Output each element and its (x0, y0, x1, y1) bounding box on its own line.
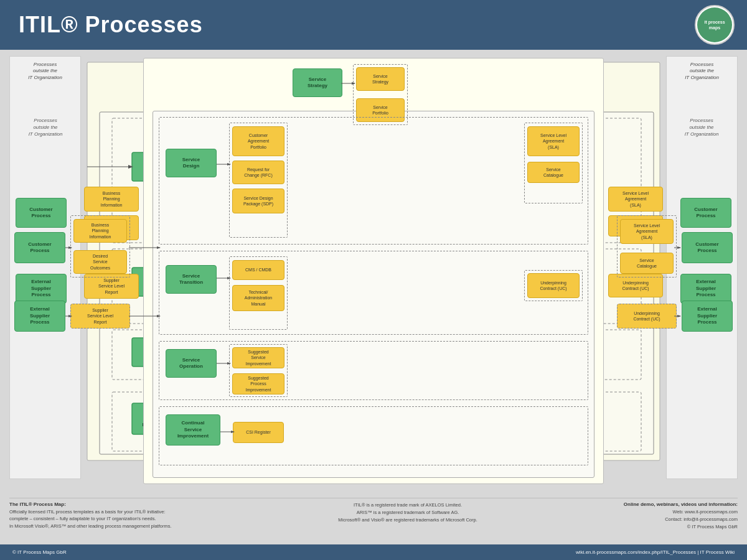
arrow-cp-left (65, 245, 73, 251)
footer-bar-left: © IT Process Maps GbR (12, 549, 67, 555)
sla-right-box[interactable]: Service LevelAgreement(SLA) (620, 219, 674, 244)
arrow-sd (217, 161, 232, 167)
cms-cmdb-box[interactable]: CMS / CMDB (232, 260, 284, 280)
right-outputs-dashed: Service LevelAgreement(SLA) ServiceCatal… (617, 215, 677, 278)
service-design-btn[interactable]: ServiceDesign (166, 149, 217, 177)
left-panel-outside-label: Processesoutside theIT Organization (14, 117, 77, 138)
arrow-esp-left (65, 313, 73, 319)
sdp-box[interactable]: Service DesignPackage (SDP) (232, 189, 284, 213)
page-header: ITIL® Processes it processmaps (0, 0, 747, 50)
logo: it processmaps (695, 5, 735, 45)
footer-right-web: Web: www.it-processmaps.com (570, 508, 738, 516)
customer-process-left-box[interactable]: CustomerProcess (14, 232, 65, 263)
footer-center-section: ITIL® is a registered trade mark of AXEL… (302, 502, 514, 524)
design-outputs-dashed: CustomerAgreementPortfolio Request forCh… (229, 123, 288, 238)
footer-left-section: The ITIL® Process Map: Officially licens… (9, 502, 246, 530)
footer-left-title: The ITIL® Process Map: (9, 502, 246, 507)
service-strategy-process-box[interactable]: ServiceStrategy (356, 67, 405, 91)
right-panel-outside-label: Processesoutside theIT Organization (670, 117, 733, 138)
arrow-inputs-sd (129, 245, 161, 251)
service-operation-btn[interactable]: ServiceOperation (166, 349, 217, 378)
footer-left-text: Officially licensed ITIL process templat… (9, 508, 246, 530)
uc-dashed: UnderpinningContract (UC) (524, 270, 583, 301)
full-diagram: ServiceStrategy ServiceStrategy ServiceP… (9, 55, 738, 487)
right-side-panel-bg (670, 111, 738, 484)
transition-outputs-dashed: CMS / CMDB Technical/AdministrationManua… (229, 256, 288, 330)
service-transition-btn[interactable]: ServiceTransition (166, 265, 217, 294)
suggested-service-imp-box[interactable]: SuggestedServiceImprovement (232, 347, 284, 368)
customer-process-right-box[interactable]: CustomerProcess (682, 232, 733, 263)
desired-outcomes-inner-box[interactable]: DesiredServiceOutcomes (73, 250, 127, 274)
service-catalogue-right-box[interactable]: ServiceCatalogue (620, 253, 674, 274)
suggested-process-imp-box[interactable]: SuggestedProcessImprovement (232, 373, 284, 394)
footer-center-text: ITIL® is a registered trade mark of AXEL… (302, 502, 514, 524)
arrow-so (217, 360, 232, 366)
arrow-st (217, 275, 232, 281)
customer-agreement-box[interactable]: CustomerAgreementPortfolio (232, 126, 284, 156)
arrow-uc-esp (674, 313, 682, 319)
service-operation-dashed: ServiceOperation SuggestedServiceImprove… (159, 341, 588, 400)
business-planning-inner-box[interactable]: BusinessPlanningInformation (73, 219, 127, 243)
left-inputs-dashed: BusinessPlanningInformation DesiredServi… (70, 215, 130, 278)
service-design-dashed: ServiceDesign CustomerAgreementPortfolio… (159, 117, 588, 245)
csi-dashed: ContinualServiceImprovement CSI Register (159, 406, 588, 465)
supplier-report-inner-box[interactable]: SupplierService LevelReport (70, 304, 130, 329)
service-transition-dashed: ServiceTransition CMS / CMDB Technical/A… (159, 251, 588, 335)
arrow-ss (341, 80, 357, 87)
sla-group-dashed: Service LevelAgreement(SLA) ServiceCatal… (524, 123, 583, 203)
arrow-sla-cp (674, 245, 682, 251)
footer-right-title: Online demo, webinars, videos und inform… (570, 502, 738, 507)
uc-right-box[interactable]: UnderpinningContract (UC) (617, 304, 677, 329)
external-supplier-right-box[interactable]: ExternalSupplierProcess (682, 301, 733, 332)
main-content: Processesoutside theIT Organization Proc… (0, 50, 747, 560)
footer-bar: © IT Process Maps GbR wiki.en.it-process… (0, 544, 747, 560)
footer-right-copy: © IT Process Maps GbR (570, 523, 738, 531)
service-strategy-btn[interactable]: ServiceStrategy (293, 68, 342, 97)
footer-info: The ITIL® Process Map: Officially licens… (9, 498, 738, 544)
arrow-report-st (129, 313, 161, 319)
operation-outputs-dashed: SuggestedServiceImprovement SuggestedPro… (229, 344, 288, 397)
page-title: ITIL® Processes (19, 12, 203, 38)
underpinning-contract-inner-box[interactable]: UnderpinningContract (UC) (527, 273, 580, 298)
rfc-box[interactable]: Request forChange (RFC) (232, 161, 284, 184)
logo-inner: it processmaps (697, 7, 732, 42)
footer-right-section: Online demo, webinars, videos und inform… (570, 502, 738, 531)
footer-right-contact: Contact: info@it-processmaps.com (570, 516, 738, 523)
csi-register-box[interactable]: CSI Register (233, 422, 284, 443)
sla-inner-box[interactable]: Service LevelAgreement(SLA) (527, 126, 580, 156)
left-side-panel-bg (9, 111, 77, 484)
footer-bar-center: wiki.en.it-processmaps.com/index.php/ITI… (576, 549, 735, 555)
external-supplier-left-box[interactable]: ExternalSupplierProcess (14, 301, 65, 332)
service-strategy-dashed: ServiceStrategy ServicePortfolio (353, 64, 408, 125)
arrow-csi (220, 429, 236, 435)
tech-admin-manual-box[interactable]: Technical/AdministrationManual (232, 285, 284, 311)
service-catalogue-inner-box[interactable]: ServiceCatalogue (527, 162, 580, 183)
csi-btn[interactable]: ContinualServiceImprovement (166, 414, 220, 446)
